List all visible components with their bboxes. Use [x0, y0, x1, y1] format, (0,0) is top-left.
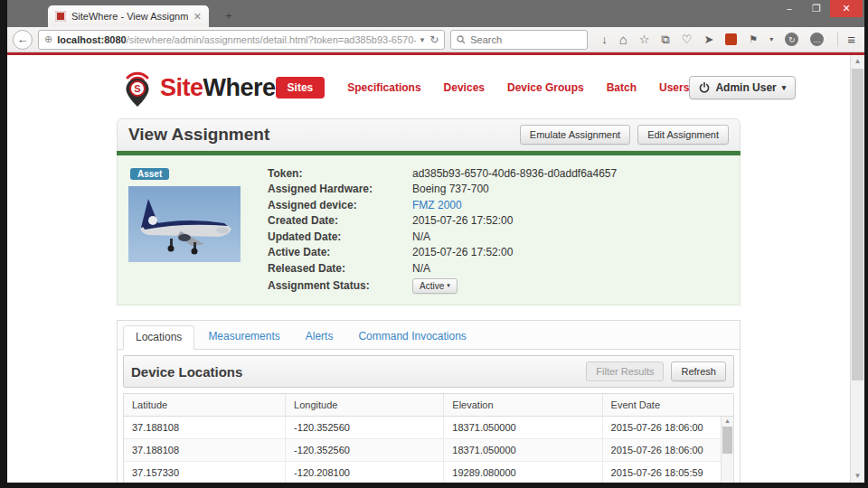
- scrollbar-thumb[interactable]: [722, 427, 732, 454]
- url-text[interactable]: localhost:8080/sitewhere/admin/assignmen…: [57, 34, 415, 45]
- minimize-button[interactable]: −: [776, 0, 803, 17]
- table-row: 37.188108 -120.352560 18371.050000 2015-…: [124, 417, 733, 439]
- admin-user-label: Admin User: [715, 81, 776, 94]
- col-longitude: Longitude: [286, 394, 444, 417]
- assigned-device-link[interactable]: FMZ 2000: [412, 199, 462, 211]
- chevron-down-icon: ▾: [447, 282, 450, 289]
- nav-devices[interactable]: Devices: [444, 81, 485, 94]
- tab-command-invocations[interactable]: Command Invocations: [346, 325, 477, 349]
- tab-measurements[interactable]: Measurements: [196, 325, 291, 349]
- cell-elevation: 18371.050000: [444, 439, 602, 462]
- chevron-down-icon: ▾: [782, 83, 787, 92]
- home-icon[interactable]: ⌂: [619, 33, 627, 46]
- table-row: 37.157330 -120.208100 19289.080000 2015-…: [124, 462, 733, 483]
- reload-icon[interactable]: ↻: [429, 33, 439, 46]
- table-scrollbar[interactable]: ▲: [721, 417, 733, 483]
- assignment-status-dropdown[interactable]: Active▾: [412, 278, 458, 294]
- tab-close-icon[interactable]: ✕: [193, 11, 202, 23]
- scrollbar-thumb[interactable]: [852, 69, 863, 380]
- tab-title: SiteWhere - View Assignm...: [71, 11, 188, 22]
- device-locations-toolbar: Device Locations Filter Results Refresh: [123, 355, 734, 388]
- event-tabs-panel: Locations Measurements Alerts Command In…: [117, 320, 741, 483]
- new-tab-button[interactable]: +: [217, 8, 241, 24]
- filter-results-button[interactable]: Filter Results: [586, 361, 664, 381]
- browser-window: SiteWhere - View Assignm... ✕ + − ❐ ✕ ← …: [7, 0, 864, 483]
- url-bar[interactable]: ⊕ localhost:8080/sitewhere/admin/assignm…: [38, 30, 445, 50]
- field-label: Token:: [268, 167, 412, 180]
- page-scrollbar[interactable]: ▲ ▼: [850, 55, 864, 483]
- send-tab-icon[interactable]: ➤: [703, 33, 713, 45]
- brand-text: SiteWhere: [160, 74, 276, 102]
- sitewhere-favicon-icon: [55, 11, 66, 22]
- scroll-up-icon[interactable]: ▲: [722, 418, 733, 424]
- cell-latitude: 37.188108: [124, 439, 286, 462]
- cell-event-date: 2015-07-26 18:06:00: [602, 417, 733, 439]
- cell-elevation: 19289.080000: [444, 462, 602, 483]
- nav-users[interactable]: Users: [659, 81, 689, 94]
- bookmark-star-icon[interactable]: ☆: [639, 33, 650, 45]
- col-event-date: Event Date: [602, 394, 733, 417]
- cell-latitude: 37.188108: [124, 417, 286, 439]
- locations-table: Latitude Longitude Elevation Event Date …: [123, 393, 734, 483]
- nav-device-groups[interactable]: Device Groups: [507, 81, 584, 94]
- field-label: Assigned Hardware:: [268, 183, 412, 195]
- asset-badge: Asset: [130, 168, 169, 180]
- browser-tab[interactable]: SiteWhere - View Assignm... ✕: [48, 5, 209, 27]
- search-bar[interactable]: [450, 30, 588, 50]
- url-dropdown-icon[interactable]: ▾: [420, 35, 425, 44]
- messages-icon[interactable]: …: [810, 33, 824, 46]
- sitewhere-logo: S SiteWhere: [118, 67, 276, 108]
- sitewhere-pin-icon: S: [118, 67, 156, 108]
- field-label: Released Date:: [268, 262, 412, 275]
- page-title: View Assignment: [128, 125, 269, 145]
- tab-locations[interactable]: Locations: [123, 325, 194, 350]
- cell-longitude: -120.208100: [286, 462, 444, 483]
- admin-user-button[interactable]: Admin User ▾: [689, 76, 796, 99]
- field-label: Active Date:: [268, 246, 412, 258]
- updated-date-value: N/A: [412, 230, 430, 243]
- cell-latitude: 37.157330: [124, 462, 286, 483]
- table-row: 37.188108 -120.352560 18371.050000 2015-…: [124, 439, 733, 462]
- emulate-assignment-button[interactable]: Emulate Assignment: [520, 125, 630, 145]
- back-button[interactable]: ←: [13, 30, 33, 50]
- token-value: ad385b93-6570-40d6-8936-d0addf6a4657: [412, 167, 617, 180]
- flag-icon[interactable]: ⚑: [749, 34, 758, 44]
- titlebar: SiteWhere - View Assignm... ✕ + − ❐ ✕: [7, 0, 864, 27]
- search-input[interactable]: [470, 34, 581, 45]
- nav-sites[interactable]: Sites: [276, 77, 326, 99]
- released-date-value: N/A: [412, 262, 430, 275]
- extension-icon[interactable]: [725, 33, 737, 45]
- cell-longitude: -120.352560: [286, 439, 444, 462]
- created-date-value: 2015-07-26 17:52:00: [412, 214, 513, 227]
- tab-alerts[interactable]: Alerts: [294, 325, 345, 349]
- downloads-icon[interactable]: ↓: [601, 33, 608, 45]
- refresh-button[interactable]: Refresh: [671, 361, 726, 381]
- nav-specifications[interactable]: Specifications: [347, 81, 420, 94]
- toolbar-icons: ↓ ⌂ ☆ ⧉ ♡ ➤ ⚑ ▾ ↻ …: [593, 33, 832, 46]
- history-icon[interactable]: ↻: [785, 33, 798, 46]
- field-label: Created Date:: [268, 214, 412, 227]
- clipboard-icon[interactable]: ⧉: [661, 33, 669, 45]
- overflow-caret-icon[interactable]: ▾: [769, 35, 773, 43]
- site-identity-icon[interactable]: ⊕: [44, 33, 52, 45]
- navigation-toolbar: ← ⊕ localhost:8080/sitewhere/admin/assig…: [7, 27, 864, 52]
- field-label: Assignment Status:: [268, 279, 412, 292]
- page-viewport: S SiteWhere Sites Specifications Devices…: [7, 55, 864, 483]
- maximize-button[interactable]: ❐: [803, 0, 830, 17]
- section-title: Device Locations: [131, 364, 242, 380]
- scroll-down-icon[interactable]: ▼: [851, 470, 864, 483]
- close-button[interactable]: ✕: [830, 0, 863, 17]
- cell-elevation: 18371.050000: [444, 417, 602, 439]
- table-header-row: Latitude Longitude Elevation Event Date: [124, 394, 733, 417]
- scroll-up-icon[interactable]: ▲: [851, 55, 864, 68]
- window-controls: − ❐ ✕: [776, 0, 863, 17]
- field-label: Updated Date:: [268, 230, 412, 243]
- url-path: /sitewhere/admin/assignments/detail.html…: [127, 34, 416, 45]
- edit-assignment-button[interactable]: Edit Assignment: [637, 125, 729, 145]
- col-latitude: Latitude: [124, 394, 286, 417]
- pocket-icon[interactable]: ♡: [682, 33, 693, 45]
- cell-longitude: -120.352560: [286, 417, 444, 439]
- nav-batch[interactable]: Batch: [607, 81, 637, 94]
- menu-icon[interactable]: ≡: [837, 32, 859, 47]
- cell-event-date: 2015-07-26 18:06:00: [602, 439, 733, 462]
